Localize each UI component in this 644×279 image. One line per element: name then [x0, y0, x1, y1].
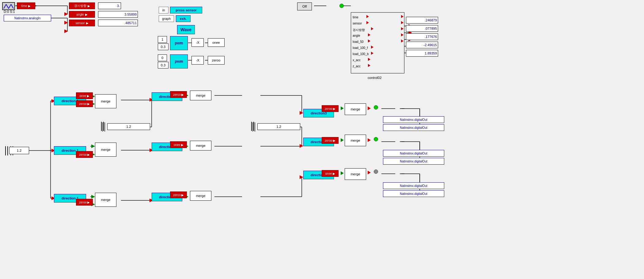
natinstmx-dout-bot1-label: Natinstmx.digitalOut — [400, 184, 427, 188]
natinstmx-dout-top1: Natinstmx.digitalOut — [383, 116, 444, 123]
val12-delay-mid-text: 1.2 — [276, 125, 281, 128]
time-label: time — [21, 4, 27, 8]
sensor-label: sensor — [75, 21, 85, 25]
val485-text: .485711 — [124, 21, 137, 25]
svg-line-123 — [6, 4, 9, 9]
ctrl-in-tri6 — [371, 46, 373, 49]
natinstmx-dout-top2: Natinstmx.digitalOut — [383, 124, 444, 131]
ctrl-in-tri7 — [371, 52, 373, 55]
onee-top-label: onee — [79, 94, 86, 98]
val1-block: 1 — [158, 36, 167, 43]
ctrl-out-val1: .246879 — [406, 17, 438, 24]
val12-text: 1.2 — [17, 149, 21, 152]
off-button[interactable]: Off — [297, 2, 312, 10]
merge-bot-1-label: merge — [101, 198, 110, 202]
merge-dir2-mid-label: merge — [196, 144, 205, 147]
onee-dir3-bot: onee ▶ — [322, 170, 339, 177]
ctrl-in-tri9 — [368, 64, 370, 67]
gyro-arrow: 경사방향 ▶ — [69, 2, 95, 9]
green-dot-top — [374, 105, 378, 110]
gyro-label: 경사방향 — [74, 4, 86, 8]
zeroo-dir3-top: zeroo ▶ — [322, 105, 339, 112]
zeroo1-label: zeroo — [212, 58, 221, 62]
merge-bot-1: merge — [95, 193, 116, 207]
merge-dir3-top: merge — [345, 103, 366, 115]
natinstmx-analogin: Natinstmx.analogIn — [4, 15, 51, 21]
control02-block: time sensor 경사방향 angle load_50 load_100_… — [351, 12, 404, 73]
dp-line1 — [101, 122, 102, 131]
ctrl-out-tri4 — [401, 33, 403, 36]
zeroo-bot-dir1-label: zeroo — [79, 201, 87, 204]
graph-label: graph — [162, 17, 171, 20]
pwm2-label: pwm — [175, 59, 183, 64]
onee-dir2-mid-label: onee — [173, 143, 180, 147]
ctrl-out-val2: .077895 — [406, 25, 438, 32]
parallel-line1 — [5, 146, 6, 155]
ctrl-val2-text: .077895 — [425, 27, 437, 30]
ctrl-out-val5: 1.89359 — [406, 50, 438, 57]
natinstmx-analogin-label: Natinstmx.analogIn — [14, 17, 41, 20]
negx1-label: -X — [196, 41, 199, 44]
merge-dir3-bot-label: merge — [350, 172, 360, 176]
zeroo-dir2-top-label: zeroo — [173, 93, 181, 96]
zeroo-dir2-bot-label: zeroo — [173, 193, 181, 197]
off-label: Off — [302, 5, 307, 8]
dp-line2 — [103, 122, 104, 131]
dpm-line1 — [251, 122, 252, 131]
zeroo1-block: zeroo — [208, 56, 225, 65]
zeroo-dir2-bot: zeroo ▶ — [170, 192, 187, 198]
ctrl-val3-text: .177676 — [425, 35, 437, 39]
natinstmx-dout-mid1-label: Natinstmx.digitalOut — [400, 152, 427, 155]
zeroo-dir2-top: zeroo ▶ — [170, 91, 187, 98]
delay-parallel-top — [101, 122, 106, 131]
ctrl-in-tri5 — [368, 39, 370, 43]
merge-dir3-mid: merge — [345, 135, 366, 146]
onee-dir2-mid: onee ▶ — [170, 141, 187, 148]
ctrl-load50: load_50 — [351, 40, 364, 43]
zeroo-top-label: zeroo — [79, 102, 87, 106]
pwm2-block: pwm — [170, 54, 188, 69]
svg-marker-88 — [300, 175, 303, 179]
natinstmx-dout-top1-label: Natinstmx.digitalOut — [400, 118, 427, 121]
val1-text: 1 — [161, 38, 163, 41]
val12-delay-mid: 1.2 — [257, 123, 300, 130]
merge-dir2-bot-label: merge — [196, 194, 205, 198]
val0-block: 0 — [158, 54, 167, 61]
delay-parallel-mid — [251, 122, 256, 131]
press-sensor-block: press sensor — [170, 7, 202, 13]
svg-marker-85 — [300, 144, 303, 148]
val03-text: 0.3 — [161, 45, 165, 49]
svg-line-124 — [9, 4, 11, 9]
val-485: .485711 — [98, 20, 138, 26]
natinstmx-dout-mid2-label: Natinstmx.digitalOut — [400, 160, 427, 163]
svg-marker-8 — [64, 21, 68, 24]
tri-dir3-top — [341, 106, 344, 110]
svg-line-125 — [11, 4, 13, 9]
green-dot-mid — [374, 137, 378, 141]
time-arrow: time ▶ — [17, 2, 35, 9]
zeroo-mid-dir1: zeroo ▶ — [76, 151, 93, 158]
ctrl-val5-text: 1.89359 — [425, 51, 437, 55]
natinstmx-dout-mid1: Natinstmx.digitalOut — [383, 150, 444, 157]
green-indicator-top — [339, 4, 344, 8]
onee1-block: onee — [208, 38, 225, 47]
control02-bottom-label: control02 — [368, 76, 381, 80]
exh-label: exh. — [180, 17, 187, 20]
val03b-block: 0.3 — [158, 62, 169, 69]
onee-dir3-bot-label: onee — [325, 172, 332, 175]
exh-block: exh. — [176, 15, 191, 22]
sensor-arrow: sensor ▶ — [69, 20, 95, 26]
ctrl-sensor: sensor — [351, 22, 362, 25]
angle-arrow: angle ▶ — [69, 11, 95, 18]
merge-mid-1: merge — [95, 143, 116, 157]
negx2-block: -X — [191, 56, 204, 65]
ctrl-in-tri2 — [366, 21, 369, 24]
graph-block: graph — [159, 15, 174, 22]
ctrl-out-tri2 — [401, 21, 403, 24]
natinstmx-dout-top2-label: Natinstmx.digitalOut — [400, 126, 427, 129]
pwm1-block: pwm — [170, 36, 188, 50]
ctrl-gyro: 경사방향 — [351, 28, 365, 32]
val03b-text: 0.3 — [161, 63, 165, 67]
parallel-symbol — [4, 146, 9, 155]
press-sensor-label: press sensor — [176, 8, 196, 12]
